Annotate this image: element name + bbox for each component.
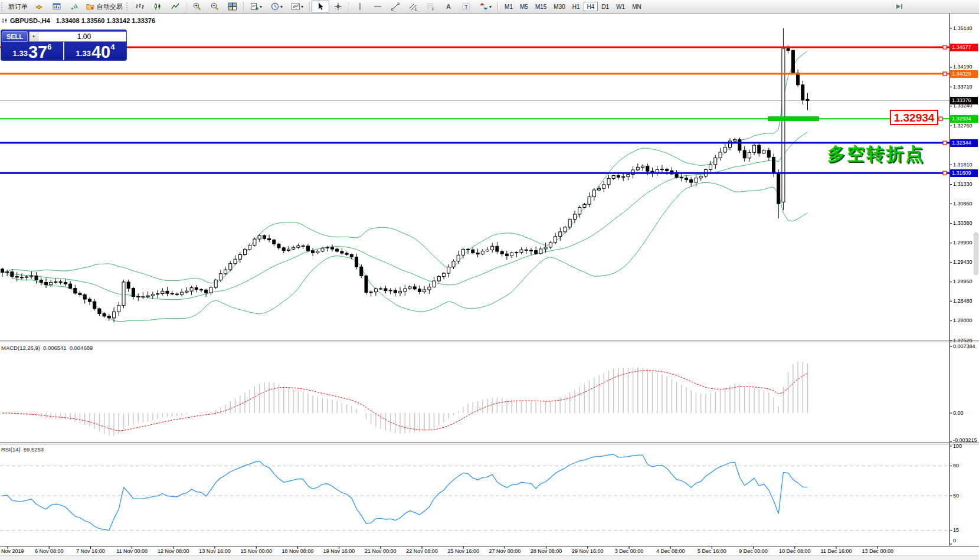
volume-input[interactable] (38, 32, 127, 41)
timeframe-button-m5[interactable]: M5 (516, 2, 532, 11)
crosshair-icon[interactable] (329, 1, 347, 12)
buy-price-prefix: 1.33 (76, 49, 91, 58)
new-order-label: 新订单 (8, 2, 28, 11)
chart-window-title: GBPUSD-,H4 1.33408 1.33560 1.33142 1.333… (2, 17, 155, 24)
chart-annotation[interactable]: 多空转折点 (827, 142, 925, 166)
toolbar-grip[interactable] (126, 2, 129, 11)
macd-indicator-label: MACD(12,26,9)0.0065410.004689 (1, 345, 96, 351)
macd-signal-value: 0.004689 (70, 345, 93, 351)
bottom-strip (0, 555, 979, 560)
autotrading-button[interactable]: 自动交易 (83, 1, 125, 12)
market-watch-window-icon[interactable] (48, 1, 66, 12)
volume-decrease-button[interactable] (30, 32, 38, 41)
buy-price-sup: 4 (110, 42, 114, 51)
cursor-icon[interactable] (312, 1, 329, 12)
timeframe-button-w1[interactable]: W1 (613, 2, 628, 11)
macd-value: 0.006541 (43, 345, 67, 351)
chart-symbol-period: GBPUSD-,H4 (10, 17, 50, 24)
rsi-name: RSI(14) (1, 446, 21, 453)
equidistant-channel-tool-icon[interactable]: E (404, 1, 422, 12)
svg-text:T: T (465, 4, 468, 10)
text-tool-icon[interactable]: A (440, 1, 457, 12)
timeframe-button-d1[interactable]: D1 (598, 2, 613, 11)
toolbar-separator (497, 2, 498, 11)
vertical-line-tool-icon[interactable] (351, 1, 369, 12)
toolbar: 新订单 自动交易 (0, 0, 979, 14)
volume-box (29, 31, 127, 42)
sell-price-prefix: 1.33 (13, 49, 28, 58)
buy-price-big: 40 (91, 44, 110, 60)
line-chart-mode-icon[interactable] (166, 1, 184, 12)
svg-text:A: A (446, 3, 451, 10)
toolbar-separator (186, 2, 186, 11)
sell-button[interactable]: SELL (2, 31, 28, 42)
horizontal-line-tool-icon[interactable] (369, 1, 387, 12)
macd-name: MACD(12,26,9) (1, 345, 40, 351)
timeframe-group: M1M5M15M30H1H4D1W1MN (501, 2, 645, 11)
new-chart-icon[interactable] (245, 1, 266, 12)
periods-clock-icon[interactable] (266, 1, 287, 12)
new-order-button[interactable]: 新订单 (6, 1, 30, 12)
auto-scroll-icon[interactable] (890, 1, 908, 12)
fibonacci-tool-icon[interactable]: F (422, 1, 440, 12)
toolbar-separator (309, 2, 310, 11)
sell-price-big: 37 (28, 44, 47, 60)
timeframe-button-mn[interactable]: MN (628, 2, 645, 11)
tile-windows-icon[interactable] (224, 1, 241, 12)
timeframe-button-h1[interactable]: H1 (569, 2, 584, 11)
sell-price-display[interactable]: 1.33 37 6 (1, 42, 64, 61)
text-label-tool-icon[interactable]: T (457, 1, 475, 12)
price-callout[interactable]: 1.32934 (890, 110, 938, 125)
toolbar-grip[interactable] (1, 2, 4, 11)
signal-broadcast-icon[interactable] (66, 1, 83, 12)
autotrading-label: 自动交易 (97, 2, 123, 11)
chart-ohlc-values: 1.33408 1.33560 1.33142 1.33376 (56, 17, 155, 24)
autotrading-folder-icon (86, 2, 95, 11)
buy-price-display[interactable]: 1.33 40 4 (64, 42, 126, 61)
one-click-trading-panel: SELL BUY 1.33 37 6 1.33 40 4 (1, 30, 127, 61)
chart-window-icon (2, 18, 8, 24)
chart-canvas[interactable] (0, 0, 979, 560)
toolbar-separator (243, 2, 244, 11)
scrollbar-thumb[interactable] (974, 232, 978, 275)
timeframe-button-m30[interactable]: M30 (550, 2, 568, 11)
svg-text:E: E (415, 7, 418, 11)
zoom-out-icon[interactable] (206, 1, 224, 12)
timeframe-button-h4[interactable]: H4 (584, 2, 598, 11)
sell-price-sup: 6 (47, 42, 51, 51)
trendline-tool-icon[interactable] (387, 1, 404, 12)
toolbar-separator (349, 2, 349, 11)
gold-bar-icon[interactable] (30, 1, 48, 12)
timeframe-button-m1[interactable]: M1 (501, 2, 516, 11)
svg-text:F: F (432, 7, 434, 11)
bar-chart-mode-icon[interactable] (131, 1, 149, 12)
rsi-indicator-label: RSI(14)59.5253 (1, 446, 47, 453)
candlestick-mode-icon[interactable] (149, 1, 166, 12)
arrows-tool-icon[interactable] (475, 1, 496, 12)
rsi-value: 59.5253 (24, 446, 44, 453)
timeframe-button-m15[interactable]: M15 (532, 2, 550, 11)
chart-template-icon[interactable] (287, 1, 307, 12)
zoom-in-icon[interactable] (188, 1, 206, 12)
